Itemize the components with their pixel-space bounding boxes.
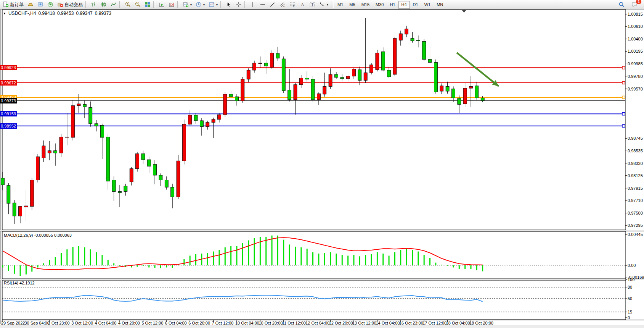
date-axis-label: 7 Oct 12:00: [212, 321, 234, 325]
bid-price-tag: 0.99373: [0, 98, 17, 103]
candle-body: [212, 120, 215, 123]
candle-body: [393, 39, 397, 74]
candle-body: [165, 180, 168, 187]
candle-body: [381, 52, 385, 70]
candle-body: [112, 180, 116, 192]
candle-body: [241, 79, 244, 101]
chart-canvas[interactable]: [0, 0, 644, 328]
macd-axis-label: 0.00: [628, 263, 636, 268]
candle-body: [387, 70, 391, 77]
candle-body: [311, 79, 315, 100]
main-chart-panel[interactable]: [2, 10, 626, 230]
date-axis-label: 4 Oct 04:00: [95, 321, 117, 325]
candle-body: [358, 69, 361, 80]
date-axis-label: 6 Oct 20:00: [188, 321, 210, 325]
price-axis-label: 1.00400: [628, 37, 643, 41]
price-axis-label: 1.00610: [628, 24, 643, 29]
candle-body: [48, 151, 51, 153]
rsi-axis-label: 100: [628, 277, 634, 282]
macd-label: MACD(12,26,9) -0.000855 0.000063: [4, 233, 72, 238]
candle-body: [294, 85, 297, 100]
candle-body: [416, 40, 420, 41]
candle-body: [177, 161, 180, 197]
candle-body: [259, 63, 262, 64]
candle-body: [270, 53, 274, 67]
candle-body: [100, 126, 104, 137]
candle-body: [399, 34, 402, 40]
rsi-panel[interactable]: [2, 280, 626, 320]
candle-body: [340, 78, 344, 79]
rsi-label: RSI(14) 42.1912: [4, 281, 35, 285]
candle-body: [253, 63, 256, 70]
candle-body: [24, 206, 28, 207]
candle-body: [223, 94, 227, 115]
candle-body: [481, 98, 484, 101]
candle-body: [77, 104, 80, 106]
date-axis-label: 4 Oct 20:00: [118, 321, 140, 325]
candle-body: [130, 169, 133, 182]
candle-body: [440, 86, 443, 91]
candle-body: [428, 60, 432, 63]
price-axis-label: 0.97710: [628, 198, 643, 203]
price-axis-label: 1.00815: [628, 12, 643, 16]
candle-body: [19, 207, 22, 216]
candle-body: [194, 115, 198, 121]
candle-body: [1, 178, 5, 185]
price-axis-label: 0.99780: [628, 74, 643, 79]
candle-body: [264, 63, 268, 66]
candle-body: [147, 160, 151, 166]
date-axis-label: 3 Oct 12:00: [71, 321, 93, 325]
price-tag-0.99153: 0.99153: [0, 111, 17, 116]
date-axis-label: 14 Oct 04:00: [376, 321, 400, 325]
hline-handle[interactable]: [622, 81, 625, 84]
symbol-period: USDCHF-,H4: [8, 11, 36, 16]
date-axis-label: 10 Oct 20:00: [259, 321, 283, 325]
price-close: 0.99373: [95, 11, 111, 16]
chart-title: ▼ USDCHF-,H4 0.99418 0.99453 0.99347 0.9…: [3, 11, 111, 16]
candle-body: [405, 29, 408, 34]
price-axis-label: 0.97500: [628, 211, 643, 215]
hline-handle[interactable]: [622, 124, 625, 127]
candle-body: [171, 187, 174, 197]
price-tag-0.99672: 0.99672: [0, 80, 17, 86]
date-axis-label: 12 Oct 04:00: [305, 321, 329, 325]
price-low: 0.99347: [76, 11, 92, 16]
candle-body: [89, 107, 92, 123]
candle-body: [59, 137, 63, 153]
candle-body: [458, 99, 461, 105]
price-axis-label: 0.97915: [628, 186, 643, 191]
rsi-axis-label: 50: [628, 296, 632, 301]
chart-menu-icon[interactable]: ▼: [3, 12, 6, 15]
price-axis-label: 0.99570: [628, 87, 643, 91]
price-axis-label: 0.98745: [628, 136, 643, 141]
candle-body: [469, 86, 473, 88]
macd-axis-label: 0.00445: [628, 232, 643, 237]
candle-body: [299, 78, 303, 84]
candle-body: [305, 78, 309, 79]
candle-body: [446, 86, 449, 91]
mt4-terminal: { "toolbar": { "groups": [ {"buttons":[{…: [0, 0, 644, 328]
candle-body: [329, 74, 332, 86]
date-axis-label: 11 Oct 12:00: [282, 321, 306, 325]
rsi-axis-label: 0: [628, 315, 630, 320]
date-axis-label: 5 Oct 12:00: [141, 321, 163, 325]
candle-body: [42, 146, 45, 158]
candle-body: [30, 180, 34, 207]
date-axis-label: 18 Oct 20:00: [469, 321, 493, 325]
candle-body: [288, 90, 291, 100]
candle-body: [188, 115, 192, 124]
price-tag-0.99923: 0.99923: [0, 65, 17, 70]
candle-body: [217, 115, 221, 120]
candle-body: [36, 157, 40, 180]
candle-body: [13, 203, 16, 216]
hline-handle[interactable]: [622, 96, 625, 99]
candle-body: [247, 70, 250, 79]
price-axis-label: 0.98535: [628, 149, 643, 153]
candle-body: [65, 137, 69, 137]
hline-handle[interactable]: [622, 66, 625, 69]
candle-body: [475, 86, 479, 98]
price-axis-label: 0.97295: [628, 223, 643, 228]
candle-body: [334, 74, 338, 78]
price-open: 0.99418: [39, 11, 55, 16]
hline-handle[interactable]: [622, 113, 625, 115]
